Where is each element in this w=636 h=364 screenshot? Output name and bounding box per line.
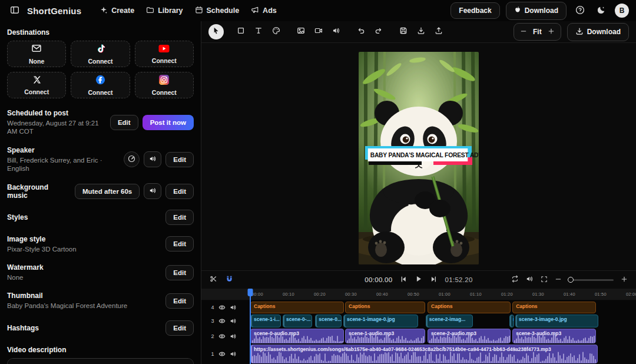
track-mute-button[interactable] (230, 333, 237, 340)
destination-card-tiktok[interactable]: Connect (71, 41, 130, 67)
cut-button[interactable] (210, 274, 217, 285)
timeline-zoom-out-button[interactable] (555, 274, 562, 285)
snap-magnet-button[interactable] (226, 274, 233, 285)
speaker-speed-button[interactable] (124, 151, 140, 167)
youtube-icon (158, 44, 170, 55)
minus-icon (555, 274, 562, 285)
destination-card-facebook[interactable]: Connect (71, 72, 130, 98)
images-clip[interactable]: scene-3-image-0.jpg (515, 315, 598, 327)
loop-button[interactable] (511, 274, 519, 285)
download-icon (575, 27, 584, 37)
track-mute-button[interactable] (230, 317, 237, 325)
timeline-ruler[interactable]: 00:0000:1000:2000:3000:4000:5001:0001:10… (201, 289, 636, 300)
nav-item-create[interactable]: Create (94, 3, 140, 19)
music-volume-button[interactable] (144, 183, 161, 199)
music-clip[interactable]: https://assets.shortgenius.com/songs/6ab… (250, 345, 598, 363)
images-clip[interactable]: scene-0... (315, 315, 342, 327)
speaker-volume-button[interactable] (144, 151, 161, 167)
fit-button[interactable]: Fit (533, 28, 542, 36)
upload-tool-button[interactable] (431, 24, 446, 39)
palette-tool-button[interactable] (269, 24, 284, 39)
editor-main: Fit Download (201, 21, 636, 364)
volume-icon (149, 155, 157, 164)
playhead-handle[interactable] (248, 289, 253, 296)
sidebar-toggle-button[interactable] (7, 3, 22, 18)
captions-clip[interactable]: Captions (512, 302, 596, 313)
destination-card-x[interactable]: Connect (7, 72, 66, 98)
scheduled-section: Scheduled to post Wednesday, August 27 a… (7, 109, 194, 136)
nav-item-library[interactable]: Library (141, 3, 188, 19)
scheduled-edit-button[interactable]: Edit (110, 115, 138, 130)
skip-forward-button[interactable] (430, 274, 438, 285)
playhead[interactable] (250, 289, 251, 364)
cursor-tool-button[interactable] (208, 24, 224, 39)
music-muted-button[interactable]: Muted after 60s (75, 184, 140, 199)
theme-toggle-button[interactable] (594, 3, 609, 18)
track-mute-button[interactable] (230, 350, 237, 358)
help-button[interactable] (572, 3, 588, 18)
zoom-out-button[interactable] (520, 27, 527, 37)
timeline-panel: 00:0000:1000:2000:3000:4000:5001:0001:10… (201, 289, 636, 364)
audio-clip[interactable]: scene-3-audio.mp3 (512, 329, 596, 343)
undo-tool-button[interactable] (353, 24, 369, 39)
track-visibility-button[interactable] (218, 317, 226, 325)
images-clip[interactable]: scene-1-i... (250, 315, 281, 327)
post-it-now-button[interactable]: Post it now (143, 115, 194, 130)
timeline-zoom-slider[interactable] (569, 279, 614, 281)
track-mute-button[interactable] (230, 304, 237, 311)
video-description-input[interactable] (7, 358, 194, 364)
image-style-edit-button[interactable]: Edit (165, 236, 194, 252)
export-download-button[interactable]: Download (567, 23, 629, 41)
track-visibility-button[interactable] (218, 333, 226, 340)
nav-item-schedule[interactable]: Schedule (190, 3, 245, 19)
hashtags-edit-button[interactable]: Edit (165, 320, 194, 336)
images-clip[interactable]: s (509, 315, 514, 327)
slider-knob[interactable] (568, 277, 574, 283)
mute-button[interactable] (526, 274, 534, 285)
watermark-subtitle: None (7, 273, 44, 282)
track-visibility-button[interactable] (218, 350, 226, 358)
destination-card-email[interactable]: None (7, 41, 66, 67)
square-tool-button[interactable] (233, 24, 249, 39)
apple-icon (514, 6, 521, 16)
play-button[interactable] (415, 274, 423, 285)
music-edit-button[interactable]: Edit (165, 184, 194, 199)
avatar[interactable]: B (615, 4, 629, 18)
title-banner[interactable]: BABY PANDA'S MAGICAL FOREST ADVENTURE (367, 148, 469, 161)
timeline-zoom-in-button[interactable] (621, 274, 628, 285)
video-tool-button[interactable] (311, 24, 326, 39)
zoom-in-button[interactable] (548, 27, 555, 37)
audio-clip[interactable]: scene-1-audio.mp3 (345, 329, 425, 343)
watermark-edit-button[interactable]: Edit (165, 265, 194, 280)
track-visibility-button[interactable] (218, 304, 226, 311)
redo-tool-button[interactable] (371, 24, 386, 39)
destination-card-youtube[interactable]: Connect (135, 41, 194, 67)
image-tool-button[interactable] (293, 24, 309, 39)
skip-back-button[interactable] (400, 274, 408, 285)
nav-item-ads[interactable]: Ads (246, 3, 282, 19)
audio-clip[interactable]: scene-2-audio.mp3 (428, 329, 511, 343)
ruler-tick-label: 01:00 (439, 292, 450, 297)
preview-image[interactable]: BABY PANDA'S MAGICAL FOREST ADVENTURE (359, 52, 479, 264)
thumbnail-edit-button[interactable]: Edit (165, 293, 194, 309)
brand-logo[interactable]: ShortGenius (27, 6, 81, 16)
app-download-button[interactable]: Download (506, 2, 567, 20)
styles-edit-button[interactable]: Edit (165, 210, 194, 225)
text-tool-button[interactable] (251, 24, 266, 39)
save-tool-button[interactable] (396, 24, 411, 39)
download-tray-tool-button[interactable] (413, 24, 429, 39)
images-clip[interactable]: scene-0-... (283, 315, 312, 327)
images-clip[interactable]: scene-1-image-0.jpg (343, 315, 418, 327)
audio-clip[interactable]: scene-0-audio.mp3 (250, 329, 344, 343)
captions-clip[interactable]: Captions (345, 302, 425, 313)
images-clip[interactable]: scene-2-imag... (426, 315, 473, 327)
feedback-button[interactable]: Feedback (450, 2, 499, 19)
track-number: 2 (211, 333, 214, 339)
destination-card-instagram[interactable]: Connect (135, 72, 194, 98)
speaker-edit-button[interactable]: Edit (165, 152, 194, 167)
watermark-title: Watermark (7, 263, 44, 272)
fullscreen-button[interactable] (541, 274, 548, 285)
captions-clip[interactable]: Captions (250, 302, 344, 313)
captions-clip[interactable]: Captions (428, 302, 511, 313)
audio-tool-button[interactable] (329, 24, 344, 39)
